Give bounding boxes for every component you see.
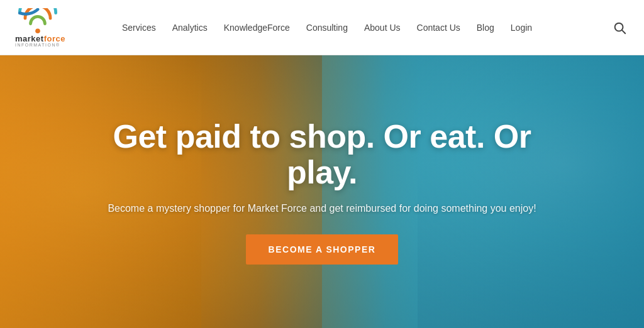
logo-icon (15, 8, 60, 35)
search-button[interactable] (610, 18, 629, 37)
hero-subtext: Become a mystery shopper for Market Forc… (89, 203, 555, 214)
logo[interactable]: marketforce INFORMATION® (15, 8, 91, 47)
become-shopper-button[interactable]: BECOME A SHOPPER (246, 234, 399, 265)
nav-item-knowledgeforce[interactable]: KnowledgeForce (218, 19, 296, 36)
logo-text: marketforce INFORMATION® (15, 35, 65, 47)
svg-point-0 (35, 28, 40, 33)
logo-brand-name: marketforce (15, 35, 65, 43)
svg-line-2 (622, 30, 625, 33)
hero-content: Get paid to shop. Or eat. Or play. Becom… (64, 119, 580, 265)
main-nav: Services Analytics KnowledgeForce Consul… (116, 19, 610, 36)
site-header: marketforce INFORMATION® Services Analyt… (0, 0, 644, 55)
nav-item-consulting[interactable]: Consulting (300, 19, 354, 36)
hero-heading: Get paid to shop. Or eat. Or play. (89, 119, 555, 190)
search-icon (613, 21, 626, 35)
logo-tagline: INFORMATION® (15, 43, 65, 47)
header-actions (610, 18, 629, 37)
hero-section: Get paid to shop. Or eat. Or play. Becom… (0, 55, 644, 328)
nav-item-login[interactable]: Login (504, 19, 538, 36)
nav-item-about-us[interactable]: About Us (358, 19, 407, 36)
nav-item-contact-us[interactable]: Contact Us (411, 19, 467, 36)
nav-item-analytics[interactable]: Analytics (166, 19, 214, 36)
nav-item-blog[interactable]: Blog (470, 19, 501, 36)
nav-item-services[interactable]: Services (116, 19, 162, 36)
